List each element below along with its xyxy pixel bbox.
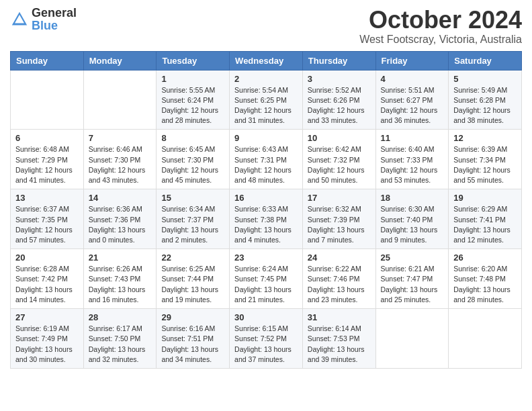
calendar-cell: 11Sunrise: 6:40 AMSunset: 7:33 PMDayligh… [375,130,449,189]
logo-blue-text: Blue [32,19,58,32]
calendar-cell: 4Sunrise: 5:51 AMSunset: 6:27 PMDaylight… [375,70,449,130]
calendar-cell: 6Sunrise: 6:48 AMSunset: 7:29 PMDaylight… [11,130,84,189]
day-info: Sunrise: 6:22 AMSunset: 7:46 PMDaylight:… [308,264,371,305]
day-info: Sunrise: 6:42 AMSunset: 7:32 PMDaylight:… [308,144,371,185]
day-info: Sunrise: 6:28 AMSunset: 7:42 PMDaylight:… [15,264,79,305]
calendar-cell: 14Sunrise: 6:36 AMSunset: 7:36 PMDayligh… [83,189,157,249]
day-info: Sunrise: 5:52 AMSunset: 6:26 PMDaylight:… [308,85,371,126]
weekday-header-friday: Friday [375,51,449,70]
day-number: 13 [15,193,79,203]
calendar-week-4: 20Sunrise: 6:28 AMSunset: 7:42 PMDayligh… [11,249,522,309]
day-number: 11 [381,133,444,143]
day-info: Sunrise: 6:29 AMSunset: 7:41 PMDaylight:… [453,204,517,245]
calendar-cell: 20Sunrise: 6:28 AMSunset: 7:42 PMDayligh… [11,249,84,309]
day-info: Sunrise: 6:46 AMSunset: 7:30 PMDaylight:… [89,144,152,185]
weekday-header-row: SundayMondayTuesdayWednesdayThursdayFrid… [11,51,522,70]
weekday-header-saturday: Saturday [449,51,522,70]
day-info: Sunrise: 6:30 AMSunset: 7:40 PMDaylight:… [381,204,444,245]
calendar-cell: 8Sunrise: 6:45 AMSunset: 7:30 PMDaylight… [157,130,230,189]
calendar-cell: 28Sunrise: 6:17 AMSunset: 7:50 PMDayligh… [83,309,157,369]
calendar-cell: 25Sunrise: 6:21 AMSunset: 7:47 PMDayligh… [375,249,449,309]
day-info: Sunrise: 6:37 AMSunset: 7:35 PMDaylight:… [15,204,79,245]
calendar-cell: 22Sunrise: 6:25 AMSunset: 7:44 PMDayligh… [157,249,230,309]
day-info: Sunrise: 5:49 AMSunset: 6:28 PMDaylight:… [453,85,517,126]
calendar-cell: 7Sunrise: 6:46 AMSunset: 7:30 PMDaylight… [83,130,157,189]
day-number: 24 [308,253,371,263]
calendar-cell: 17Sunrise: 6:32 AMSunset: 7:39 PMDayligh… [302,189,375,249]
calendar-week-2: 6Sunrise: 6:48 AMSunset: 7:29 PMDaylight… [11,130,522,189]
day-number: 26 [453,253,517,263]
day-info: Sunrise: 6:14 AMSunset: 7:53 PMDaylight:… [308,324,371,365]
calendar-cell [449,309,522,369]
day-number: 6 [15,133,79,143]
calendar-table: SundayMondayTuesdayWednesdayThursdayFrid… [10,51,522,369]
weekday-header-thursday: Thursday [302,51,375,70]
day-number: 27 [15,312,79,322]
day-number: 2 [234,74,298,84]
calendar-cell: 26Sunrise: 6:20 AMSunset: 7:48 PMDayligh… [449,249,522,309]
day-number: 10 [308,133,371,143]
calendar-cell: 30Sunrise: 6:15 AMSunset: 7:52 PMDayligh… [230,309,303,369]
day-number: 12 [453,133,517,143]
day-number: 9 [234,133,298,143]
day-info: Sunrise: 6:36 AMSunset: 7:36 PMDaylight:… [89,204,152,245]
day-number: 23 [234,253,298,263]
calendar-cell [83,70,157,130]
calendar-cell: 15Sunrise: 6:34 AMSunset: 7:37 PMDayligh… [157,189,230,249]
calendar-cell: 9Sunrise: 6:43 AMSunset: 7:31 PMDaylight… [230,130,303,189]
day-info: Sunrise: 6:21 AMSunset: 7:47 PMDaylight:… [381,264,444,305]
calendar-cell: 10Sunrise: 6:42 AMSunset: 7:32 PMDayligh… [302,130,375,189]
day-info: Sunrise: 6:43 AMSunset: 7:31 PMDaylight:… [234,144,298,185]
day-number: 28 [89,312,152,322]
day-number: 21 [89,253,152,263]
logo-icon [10,10,29,29]
day-number: 30 [234,312,298,322]
calendar-cell [375,309,449,369]
calendar-week-1: 1Sunrise: 5:55 AMSunset: 6:24 PMDaylight… [11,70,522,130]
day-number: 1 [161,74,224,84]
day-info: Sunrise: 6:32 AMSunset: 7:39 PMDaylight:… [308,204,371,245]
month-title: October 2024 [359,7,522,34]
calendar-cell: 1Sunrise: 5:55 AMSunset: 6:24 PMDaylight… [157,70,230,130]
day-info: Sunrise: 6:15 AMSunset: 7:52 PMDaylight:… [234,324,298,365]
weekday-header-sunday: Sunday [11,51,84,70]
calendar-cell: 23Sunrise: 6:24 AMSunset: 7:45 PMDayligh… [230,249,303,309]
calendar-cell: 18Sunrise: 6:30 AMSunset: 7:40 PMDayligh… [375,189,449,249]
calendar-cell: 13Sunrise: 6:37 AMSunset: 7:35 PMDayligh… [11,189,84,249]
day-info: Sunrise: 5:54 AMSunset: 6:25 PMDaylight:… [234,85,298,126]
logo: General Blue [10,7,77,32]
location-subtitle: West Footscray, Victoria, Australia [359,34,522,46]
day-info: Sunrise: 6:26 AMSunset: 7:43 PMDaylight:… [89,264,152,305]
day-info: Sunrise: 6:17 AMSunset: 7:50 PMDaylight:… [89,324,152,365]
day-number: 7 [89,133,152,143]
day-number: 8 [161,133,224,143]
day-info: Sunrise: 6:40 AMSunset: 7:33 PMDaylight:… [381,144,444,185]
calendar-cell: 19Sunrise: 6:29 AMSunset: 7:41 PMDayligh… [449,189,522,249]
weekday-header-tuesday: Tuesday [157,51,230,70]
calendar-cell: 24Sunrise: 6:22 AMSunset: 7:46 PMDayligh… [302,249,375,309]
day-info: Sunrise: 6:19 AMSunset: 7:49 PMDaylight:… [15,324,79,365]
calendar-cell: 27Sunrise: 6:19 AMSunset: 7:49 PMDayligh… [11,309,84,369]
day-number: 16 [234,193,298,203]
day-info: Sunrise: 6:16 AMSunset: 7:51 PMDaylight:… [161,324,224,365]
calendar-cell: 3Sunrise: 5:52 AMSunset: 6:26 PMDaylight… [302,70,375,130]
day-number: 20 [15,253,79,263]
day-info: Sunrise: 6:24 AMSunset: 7:45 PMDaylight:… [234,264,298,305]
weekday-header-monday: Monday [83,51,157,70]
day-info: Sunrise: 6:33 AMSunset: 7:38 PMDaylight:… [234,204,298,245]
calendar-cell: 21Sunrise: 6:26 AMSunset: 7:43 PMDayligh… [83,249,157,309]
day-info: Sunrise: 5:55 AMSunset: 6:24 PMDaylight:… [161,85,224,126]
day-number: 5 [453,74,517,84]
day-number: 31 [308,312,371,322]
weekday-header-wednesday: Wednesday [230,51,303,70]
day-number: 18 [381,193,444,203]
day-number: 4 [381,74,444,84]
day-number: 29 [161,312,224,322]
day-info: Sunrise: 6:48 AMSunset: 7:29 PMDaylight:… [15,144,79,185]
day-number: 3 [308,74,371,84]
title-block: October 2024 West Footscray, Victoria, A… [359,7,522,46]
calendar-cell: 2Sunrise: 5:54 AMSunset: 6:25 PMDaylight… [230,70,303,130]
day-info: Sunrise: 6:45 AMSunset: 7:30 PMDaylight:… [161,144,224,185]
day-info: Sunrise: 5:51 AMSunset: 6:27 PMDaylight:… [381,85,444,126]
calendar-cell: 12Sunrise: 6:39 AMSunset: 7:34 PMDayligh… [449,130,522,189]
